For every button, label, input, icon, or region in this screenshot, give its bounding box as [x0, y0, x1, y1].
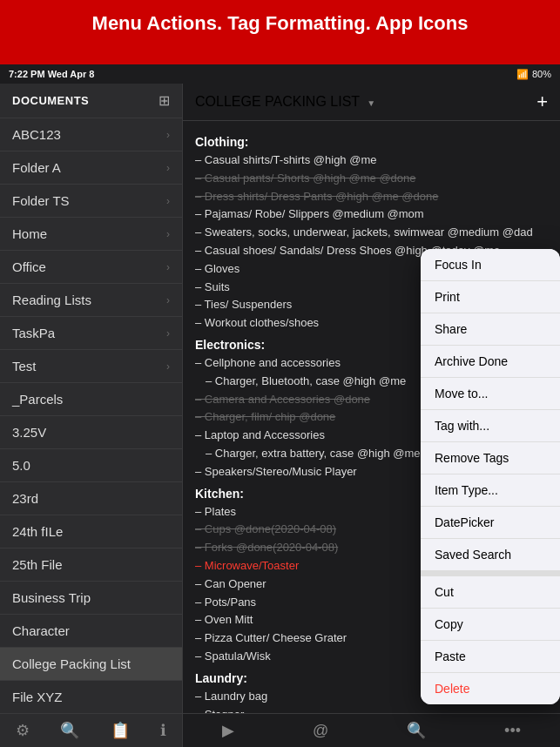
compose-icon[interactable]: 📋 — [111, 721, 130, 740]
sidebar-item-3.25v[interactable]: 3.25V — [0, 416, 182, 449]
main-content: COLLEGE PACKING LIST ▼ + Clothing:– Casu… — [183, 84, 560, 747]
sidebar-item-23rd[interactable]: 23rd — [0, 482, 182, 515]
sidebar-item-label: 5.0 — [12, 458, 30, 473]
context-menu-item-datepicker[interactable]: DatePicker — [421, 507, 560, 539]
sidebar-item-home[interactable]: Home› — [0, 218, 182, 251]
chevron-right-icon: › — [166, 228, 170, 240]
context-menu-item-share[interactable]: Share — [421, 313, 560, 346]
main-footer: ▶ @ 🔍 ••• — [183, 713, 560, 747]
chevron-right-icon: › — [166, 261, 170, 273]
sidebar-item-label: 25th File — [12, 557, 63, 572]
sidebar-item-label: TaskPa — [12, 326, 55, 340]
sidebar-item-label: ABC123 — [12, 127, 61, 142]
sidebar-item-label: File XYZ — [12, 690, 63, 704]
sidebar-item-24th-file[interactable]: 24th fILe — [0, 515, 182, 548]
sidebar-item-label: Business Trip — [12, 590, 91, 605]
sidebar-menu-icon[interactable]: ⊞ — [159, 92, 170, 109]
search-icon[interactable]: 🔍 — [60, 721, 79, 740]
sidebar-header: DOCUMENTS ⊞ — [0, 84, 182, 118]
sidebar-item-label: _Parcels — [12, 392, 63, 407]
sidebar-header-title: DOCUMENTS — [12, 94, 89, 107]
sidebar-footer: ⚙ 🔍 📋 ℹ — [0, 713, 182, 747]
at-icon[interactable]: @ — [313, 722, 328, 740]
banner-title: Menu Actions. Tag Formatting. App Icons — [0, 0, 560, 44]
section-heading-0: Clothing: — [195, 135, 548, 149]
info-icon[interactable]: ℹ — [160, 721, 166, 740]
sidebar-list: ABC123›Folder A›Folder TS›Home›Office›Re… — [0, 118, 182, 713]
chevron-right-icon: › — [166, 360, 170, 373]
sidebar-item-label: Character — [12, 623, 70, 638]
main-title-text: COLLEGE PACKING LIST — [195, 94, 360, 109]
sidebar-item-25th-file[interactable]: 25th File — [0, 548, 182, 582]
content-area: DOCUMENTS ⊞ ABC123›Folder A›Folder TS›Ho… — [0, 84, 560, 747]
sidebar-item-folder-a[interactable]: Folder A› — [0, 151, 182, 185]
context-menu-item-print[interactable]: Print — [421, 281, 560, 313]
battery-text: 80% — [532, 69, 551, 79]
status-icons: 📶 80% — [516, 69, 551, 80]
sidebar-item-label: 23rd — [12, 491, 38, 506]
app-container: 7:22 PM Wed Apr 8 📶 80% DOCUMENTS ⊞ ABC1… — [0, 64, 560, 747]
context-menu-item-paste[interactable]: Paste — [421, 641, 560, 673]
context-menu: Focus InPrintShareArchive DoneMove to...… — [421, 249, 560, 704]
context-menu-item-delete[interactable]: Delete — [421, 673, 560, 704]
context-menu-item-saved-search[interactable]: Saved Search — [421, 539, 560, 571]
sidebar-item-label: Folder A — [12, 160, 61, 175]
chevron-right-icon: › — [166, 327, 170, 340]
more-icon[interactable]: ••• — [504, 722, 521, 740]
context-menu-item-focus-in[interactable]: Focus In — [421, 249, 560, 281]
play-icon[interactable]: ▶ — [222, 721, 234, 740]
sidebar-item-label: Folder TS — [12, 193, 70, 208]
sidebar: DOCUMENTS ⊞ ABC123›Folder A›Folder TS›Ho… — [0, 84, 183, 747]
main-search-icon[interactable]: 🔍 — [407, 721, 426, 740]
sidebar-item-5.0[interactable]: 5.0 — [0, 449, 182, 482]
sidebar-item-file-xyz[interactable]: File XYZ — [0, 681, 182, 713]
list-item: – Pajamas/ Robe/ Slippers @medium @mom — [195, 205, 548, 224]
list-item: – Dress shirts/ Dress Pants @high @me @d… — [195, 188, 548, 206]
chevron-right-icon: › — [166, 129, 170, 141]
sidebar-item-_parcels[interactable]: _Parcels — [0, 383, 182, 416]
sidebar-item-label: Office — [12, 259, 46, 274]
list-item: – Stegner — [195, 706, 548, 713]
context-menu-item-item-type...[interactable]: Item Type... — [421, 474, 560, 507]
chevron-right-icon: › — [166, 195, 170, 207]
chevron-right-icon: › — [166, 162, 170, 174]
sidebar-item-test[interactable]: Test› — [0, 350, 182, 383]
context-menu-item-remove-tags[interactable]: Remove Tags — [421, 442, 560, 474]
main-title-chevron-icon: ▼ — [367, 98, 375, 108]
list-item: – Casual shirts/T-shirts @high @me — [195, 151, 548, 170]
sidebar-item-character[interactable]: Character — [0, 615, 182, 648]
sidebar-item-abc123[interactable]: ABC123› — [0, 118, 182, 151]
sidebar-item-taskpa[interactable]: TaskPa› — [0, 317, 182, 350]
context-menu-item-cut[interactable]: Cut — [421, 576, 560, 609]
sidebar-item-label: Home — [12, 226, 47, 241]
sidebar-item-label: Reading Lists — [12, 293, 91, 307]
sidebar-item-folder-ts[interactable]: Folder TS› — [0, 185, 182, 218]
context-menu-item-tag-with...[interactable]: Tag with... — [421, 410, 560, 442]
sidebar-item-business-trip[interactable]: Business Trip — [0, 582, 182, 615]
sidebar-item-label: Test — [12, 359, 37, 374]
status-bar: 7:22 PM Wed Apr 8 📶 80% — [0, 64, 560, 84]
settings-icon[interactable]: ⚙ — [16, 721, 30, 740]
main-title: COLLEGE PACKING LIST ▼ — [195, 94, 375, 110]
context-menu-item-copy[interactable]: Copy — [421, 609, 560, 641]
list-item: – Casual pants/ Shorts @high @me @done — [195, 170, 548, 188]
sidebar-item-college-packing-list[interactable]: College Packing List — [0, 648, 182, 681]
chevron-right-icon: › — [166, 294, 170, 306]
sidebar-item-label: 24th fILe — [12, 524, 63, 539]
sidebar-item-reading-lists[interactable]: Reading Lists› — [0, 284, 182, 317]
status-time: 7:22 PM Wed Apr 8 — [9, 69, 94, 79]
sidebar-item-office[interactable]: Office› — [0, 251, 182, 284]
sidebar-item-label: College Packing List — [12, 656, 131, 671]
list-item: – Sweaters, socks, underwear, jackets, s… — [195, 224, 548, 242]
wifi-icon: 📶 — [516, 69, 529, 80]
context-menu-item-archive-done[interactable]: Archive Done — [421, 346, 560, 378]
main-header: COLLEGE PACKING LIST ▼ + — [183, 84, 560, 121]
sidebar-item-label: 3.25V — [12, 425, 46, 440]
add-button[interactable]: + — [536, 92, 548, 111]
context-menu-item-move-to...[interactable]: Move to... — [421, 378, 560, 410]
